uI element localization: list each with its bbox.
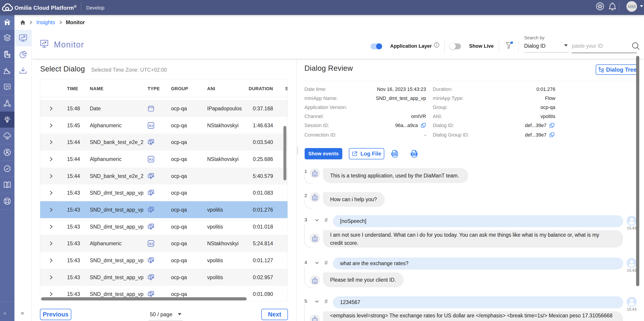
svg-text:A1: A1 [149,157,153,161]
svg-text:A1: A1 [149,124,153,127]
svg-text:JSON: JSON [392,153,398,155]
svg-text:RTF: RTF [412,153,416,155]
svg-text:A1: A1 [149,242,153,245]
